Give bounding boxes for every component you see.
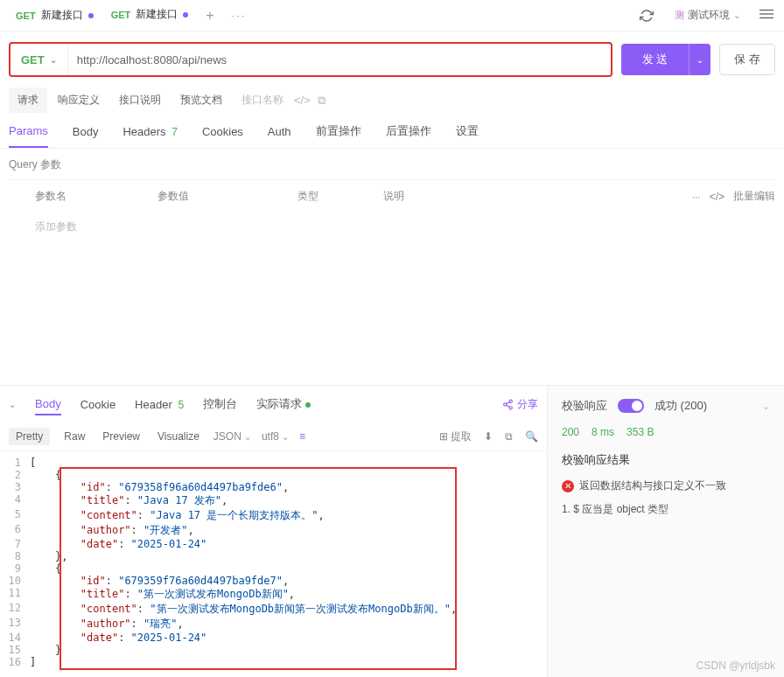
url-input[interactable] [68, 53, 611, 66]
response-body-code[interactable]: 1[2 {3 "id": "679358f96a60d4497ba9fde6",… [0, 451, 547, 677]
sub-tab-request[interactable]: 请求 [9, 87, 47, 113]
error-row: ✕ 返回数据结构与接口定义不一致 [562, 478, 770, 493]
request-tabs: Params Body Headers 7 Cookies Auth 前置操作 … [0, 113, 784, 149]
resp-tab-console[interactable]: 控制台 [203, 393, 237, 415]
view-raw[interactable]: Raw [60, 428, 88, 445]
code-icon[interactable]: </> [294, 94, 311, 107]
response-tabs: ⌄ Body Cookie Header 5 控制台 实际请求 分享 [0, 386, 547, 422]
format-select[interactable]: JSON⌄ [214, 430, 251, 443]
send-button[interactable]: 发 送 [621, 44, 690, 75]
rule-text: 1. $ 应当是 object 类型 [562, 502, 770, 517]
code-line: 7 "date": "2025-01-24" [0, 538, 547, 550]
success-label: 成功 (200) [654, 398, 707, 414]
modified-dot-icon [183, 12, 188, 17]
env-label: 测试环境 [688, 8, 730, 23]
copy-icon[interactable]: ⧉ [318, 94, 326, 108]
code-line: 5 "content": "Java 17 是一个长期支持版本。", [0, 508, 547, 523]
resp-tab-body[interactable]: Body [35, 394, 61, 415]
view-preview[interactable]: Preview [99, 428, 144, 445]
encoding-select[interactable]: utf8⌄ [262, 430, 289, 443]
send-split-button[interactable]: ⌄ [689, 44, 710, 75]
code-line: 13 "author": "瑞亮", [0, 617, 547, 632]
status-code: 200 [562, 426, 579, 438]
verify-header: 校验响应 成功 (200) ⌄ [562, 398, 770, 414]
tab-params[interactable]: Params [9, 124, 48, 148]
chevron-down-icon: ⌄ [50, 55, 57, 65]
code-line: 3 "id": "679358f96a60d4497ba9fde6", [0, 481, 547, 493]
tab-method: GET [16, 10, 36, 21]
stats-row: 200 8 ms 353 B [562, 426, 770, 438]
code-icon[interactable]: </> [710, 191, 724, 203]
method-select[interactable]: GET ⌄ [10, 44, 68, 75]
view-visualize[interactable]: Visualize [154, 428, 203, 445]
code-line: 15 } [0, 644, 547, 656]
tab-label: 新建接口 [41, 8, 83, 23]
refresh-icon[interactable] [634, 3, 659, 28]
code-line: 11 "title": "第一次测试发布MongoDb新闻", [0, 587, 547, 602]
query-header-row: 参数名 参数值 类型 说明 ··· </> 批量编辑 [9, 179, 775, 213]
tab-pre-script[interactable]: 前置操作 [316, 123, 361, 148]
modified-dot-icon [88, 13, 94, 18]
tab-settings[interactable]: 设置 [456, 123, 479, 148]
col-param-desc: 说明 [383, 189, 692, 204]
chevron-down-icon[interactable]: ⌄ [762, 401, 770, 412]
more-icon[interactable]: ··· [692, 191, 701, 203]
tab-headers[interactable]: Headers 7 [122, 125, 177, 147]
tab-overflow-button[interactable]: ··· [223, 9, 256, 22]
sub-tab-response-def[interactable]: 响应定义 [49, 87, 108, 113]
response-size: 353 B [626, 426, 654, 438]
error-text: 返回数据结构与接口定义不一致 [579, 478, 726, 493]
batch-edit-button[interactable]: 批量编辑 [733, 189, 775, 204]
tab-method: GET [111, 10, 131, 20]
tab-body[interactable]: Body [73, 125, 99, 147]
code-line: 6 "author": "开发者", [0, 523, 547, 538]
headers-count: 7 [172, 126, 178, 138]
download-icon[interactable]: ⬇ [484, 430, 493, 443]
top-tabs-bar: GET 新建接口 GET 新建接口 + ··· 测 测试环境 ⌄ [0, 0, 784, 31]
tab-headers-label: Headers [122, 125, 165, 138]
menu-icon[interactable] [756, 4, 777, 26]
search-icon[interactable]: 🔍 [525, 430, 538, 443]
svg-point-4 [504, 402, 507, 405]
url-box: GET ⌄ [9, 42, 612, 77]
chevron-down-icon: ⌄ [244, 432, 251, 442]
verify-result-title: 校验响应结果 [562, 452, 770, 468]
col-param-name: 参数名 [9, 189, 158, 204]
resp-tab-actual[interactable]: 实际请求 [256, 393, 311, 415]
format-icon[interactable]: ≡ [299, 430, 305, 443]
tab-auth[interactable]: Auth [268, 125, 291, 147]
doc-sub-tabs: 请求 响应定义 接口说明 预览文档 接口名称 </> ⧉ [0, 87, 784, 113]
sub-tab-doc-desc[interactable]: 接口说明 [110, 87, 170, 113]
extract-button[interactable]: ⊞ 提取 [439, 429, 472, 444]
environment-select[interactable]: 测 测试环境 ⌄ [668, 4, 747, 26]
tab-1[interactable]: GET 新建接口 [7, 0, 102, 31]
tab-post-script[interactable]: 后置操作 [386, 123, 431, 148]
tab-2[interactable]: GET 新建接口 [102, 0, 198, 31]
code-line: 4 "title": "Java 17 发布", [0, 493, 547, 508]
response-toolbar: Pretty Raw Preview Visualize JSON⌄ utf8⌄… [0, 422, 547, 451]
copy-icon[interactable]: ⧉ [505, 430, 513, 443]
tab-cookies[interactable]: Cookies [202, 125, 243, 147]
watermark: CSDN @yrldjsbk [696, 660, 775, 672]
code-line: 8 }, [0, 550, 547, 562]
view-pretty[interactable]: Pretty [9, 428, 50, 445]
api-name-placeholder[interactable]: 接口名称 [233, 87, 292, 113]
resp-tab-cookie[interactable]: Cookie [80, 394, 116, 415]
verify-label: 校验响应 [562, 398, 607, 414]
verify-toggle[interactable] [618, 399, 644, 413]
code-line: 1[ [0, 457, 547, 469]
save-button[interactable]: 保 存 [719, 44, 775, 75]
svg-line-7 [507, 401, 510, 403]
dot-icon [305, 402, 311, 408]
resp-tab-header[interactable]: Header 5 [135, 394, 184, 415]
svg-point-5 [509, 406, 512, 408]
add-param-row[interactable]: 添加参数 [9, 213, 775, 241]
col-param-type: 类型 [298, 189, 383, 204]
sub-tab-preview[interactable]: 预览文档 [172, 87, 231, 113]
code-line: 12 "content": "第一次测试发布MongoDb新闻第一次测试发布Mo… [0, 602, 547, 617]
collapse-icon[interactable]: ⌄ [9, 400, 16, 409]
code-line: 16] [0, 656, 547, 668]
add-tab-button[interactable]: + [197, 8, 222, 24]
response-left-panel: ⌄ Body Cookie Header 5 控制台 实际请求 分享 Prett… [0, 386, 548, 677]
share-button[interactable]: 分享 [502, 397, 538, 412]
